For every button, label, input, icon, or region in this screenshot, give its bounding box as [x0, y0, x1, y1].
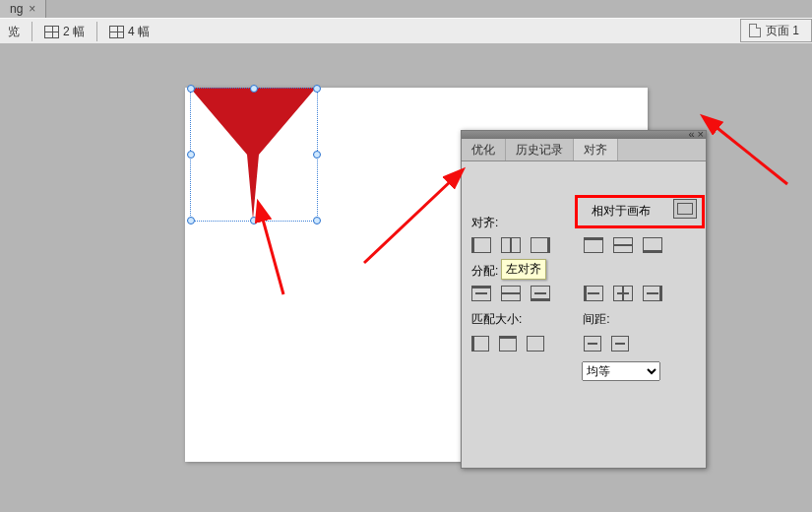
panel-tabstrip: 优化 历史记录 对齐 — [462, 139, 706, 161]
svg-line-2 — [714, 125, 787, 184]
document-tab[interactable]: ng × — [0, 0, 46, 19]
distribute-bottom-button[interactable] — [531, 286, 550, 301]
page-tab-label: 页面 1 — [766, 23, 799, 39]
align-top-button[interactable] — [584, 237, 603, 253]
align-left-button[interactable] — [471, 237, 491, 253]
match-width-button[interactable] — [471, 336, 489, 352]
section-matchsize-label: 匹配大小: — [471, 311, 580, 328]
panel-titlebar[interactable]: « × — [462, 131, 706, 139]
match-height-button[interactable] — [499, 336, 517, 352]
separator — [96, 22, 97, 41]
page-icon — [749, 24, 761, 37]
annotation-highlight — [575, 195, 705, 228]
distribute-right-button[interactable] — [643, 286, 662, 301]
match-both-button[interactable] — [527, 336, 544, 352]
two-up-view-button[interactable]: 2 幅 — [36, 21, 93, 42]
handle-e[interactable] — [313, 151, 321, 159]
panel-collapse-close-icons[interactable]: « × — [688, 128, 704, 140]
align-vcenter-button[interactable] — [613, 237, 633, 253]
align-hcenter-button[interactable] — [501, 237, 521, 253]
document-name: ng — [10, 0, 23, 18]
page-tab-1[interactable]: 页面 1 — [740, 19, 812, 42]
preview-view-button[interactable]: 览 — [0, 21, 28, 42]
separator — [31, 22, 32, 41]
align-bottom-button[interactable] — [643, 237, 662, 253]
handle-w[interactable] — [187, 151, 195, 159]
distribute-vcenter-button[interactable] — [501, 286, 521, 301]
handle-ne[interactable] — [313, 85, 321, 93]
handle-s[interactable] — [250, 217, 258, 224]
handle-nw[interactable] — [187, 85, 195, 93]
space-vertical-button[interactable] — [611, 336, 629, 352]
workspace[interactable]: « × 优化 历史记录 对齐 相对于画布 对齐: — [0, 43, 812, 512]
view-toolbar: 览 2 幅 4 幅 — [0, 18, 812, 45]
spacing-mode-select[interactable]: 均等 — [582, 361, 660, 381]
handle-sw[interactable] — [187, 217, 195, 224]
handle-n[interactable] — [250, 85, 258, 93]
selection-bounding-box[interactable] — [190, 88, 318, 222]
tooltip-align-left: 左对齐 — [501, 259, 546, 280]
four-up-icon — [109, 26, 124, 38]
align-panel[interactable]: « × 优化 历史记录 对齐 相对于画布 对齐: — [461, 130, 707, 469]
handle-se[interactable] — [313, 217, 321, 224]
close-document-icon[interactable]: × — [29, 0, 35, 18]
tab-optimize[interactable]: 优化 — [462, 139, 506, 160]
annotation-arrow-canvasbtn — [709, 120, 797, 192]
distribute-top-button[interactable] — [471, 286, 491, 301]
tab-history[interactable]: 历史记录 — [506, 139, 574, 160]
align-right-button[interactable] — [531, 237, 550, 253]
space-horizontal-button[interactable] — [584, 336, 601, 352]
distribute-hcenter-button[interactable] — [613, 286, 633, 301]
section-spacing-label: 间距: — [583, 311, 609, 328]
two-up-icon — [44, 26, 59, 38]
align-panel-body: 相对于画布 对齐: — [462, 161, 706, 399]
tab-align[interactable]: 对齐 — [574, 139, 618, 160]
four-up-view-button[interactable]: 4 幅 — [101, 21, 157, 42]
distribute-left-button[interactable] — [584, 286, 603, 301]
